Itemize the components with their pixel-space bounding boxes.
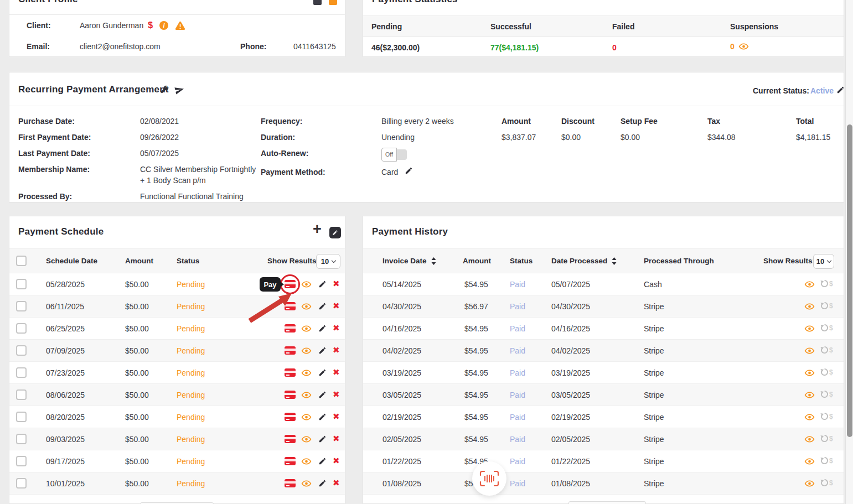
- edit-pencil-icon[interactable]: [318, 302, 327, 310]
- pay-card-icon[interactable]: [285, 435, 296, 443]
- send-plane-icon[interactable]: [175, 85, 184, 95]
- info-icon[interactable]: i: [159, 21, 168, 30]
- refund-icon[interactable]: $: [820, 302, 833, 310]
- edit-pencil-icon[interactable]: [318, 346, 327, 355]
- pay-card-icon[interactable]: [285, 302, 296, 310]
- pay-card-icon[interactable]: [285, 413, 296, 421]
- pay-tooltip: Pay: [260, 277, 281, 292]
- view-eye-icon[interactable]: [804, 325, 815, 332]
- pay-card-icon[interactable]: [285, 368, 296, 377]
- view-eye-icon[interactable]: [804, 391, 815, 399]
- pay-card-icon[interactable]: [285, 479, 296, 487]
- edit-payment-method-pencil-icon[interactable]: [405, 167, 413, 178]
- pay-card-icon[interactable]: [285, 324, 296, 332]
- sort-date-processed-icon[interactable]: [611, 257, 617, 265]
- view-eye-icon[interactable]: [301, 435, 312, 443]
- view-eye-icon[interactable]: [301, 480, 312, 487]
- view-eye-icon[interactable]: [301, 458, 312, 465]
- refund-icon[interactable]: $: [820, 279, 833, 288]
- view-eye-icon[interactable]: [301, 413, 312, 421]
- date-processed: 02/05/2025: [551, 435, 590, 444]
- history-status: Paid: [510, 457, 525, 466]
- client-edit-icon[interactable]: [329, 0, 337, 5]
- select-all-checkbox[interactable]: [16, 256, 27, 266]
- view-eye-icon[interactable]: [301, 369, 312, 377]
- edit-pencil-icon[interactable]: [318, 324, 327, 332]
- delete-x-icon[interactable]: ✖: [333, 389, 340, 399]
- row-checkbox[interactable]: [16, 456, 27, 466]
- history-table-row: 03/05/2025 $54.95 Paid 03/05/2025 Stripe…: [363, 384, 844, 406]
- delete-x-icon[interactable]: ✖: [333, 323, 340, 333]
- row-checkbox[interactable]: [16, 301, 27, 311]
- invoice-date: 02/05/2025: [382, 435, 421, 444]
- row-checkbox[interactable]: [16, 478, 27, 489]
- delete-x-icon[interactable]: ✖: [333, 434, 340, 444]
- view-eye-icon[interactable]: [301, 280, 312, 288]
- refund-icon[interactable]: $: [820, 346, 833, 354]
- processed-through: Stripe: [644, 457, 664, 466]
- view-eye-icon[interactable]: [301, 347, 312, 355]
- pay-card-icon[interactable]: [285, 346, 296, 355]
- row-checkbox[interactable]: [16, 389, 27, 400]
- sort-invoice-date-icon[interactable]: [431, 257, 437, 265]
- suspensions-eye-icon[interactable]: [738, 43, 749, 50]
- edit-pencil-icon[interactable]: [318, 368, 327, 377]
- view-eye-icon[interactable]: [804, 458, 815, 465]
- edit-pencil-icon[interactable]: [318, 413, 327, 421]
- row-checkbox[interactable]: [16, 367, 27, 378]
- view-eye-icon[interactable]: [804, 369, 815, 377]
- view-eye-icon[interactable]: [301, 391, 312, 399]
- refund-icon[interactable]: $: [820, 456, 833, 465]
- edit-pencil-icon[interactable]: [318, 479, 327, 487]
- edit-pencil-icon[interactable]: [318, 280, 327, 288]
- view-eye-icon[interactable]: [804, 435, 815, 443]
- refund-icon[interactable]: $: [820, 479, 833, 487]
- schedule-amount: $50.00: [125, 391, 149, 399]
- warning-icon[interactable]: [175, 21, 185, 30]
- row-checkbox[interactable]: [16, 434, 27, 444]
- delete-x-icon[interactable]: ✖: [333, 301, 340, 311]
- refund-icon[interactable]: $: [820, 390, 833, 398]
- row-checkbox[interactable]: [16, 279, 27, 289]
- view-eye-icon[interactable]: [301, 325, 312, 332]
- view-eye-icon[interactable]: [804, 280, 815, 288]
- view-eye-icon[interactable]: [804, 480, 815, 487]
- edit-pencil-icon[interactable]: [318, 457, 327, 465]
- delete-x-icon[interactable]: ✖: [333, 478, 340, 488]
- row-checkbox[interactable]: [16, 345, 27, 356]
- bulk-edit-icon[interactable]: [329, 227, 341, 238]
- delete-x-icon[interactable]: ✖: [333, 279, 340, 289]
- view-eye-icon[interactable]: [804, 303, 815, 310]
- row-checkbox[interactable]: [16, 412, 27, 422]
- show-results-select[interactable]: 10: [316, 254, 340, 269]
- client-card-action-icon[interactable]: [313, 0, 322, 5]
- load-more-button-partial[interactable]: [568, 501, 646, 504]
- page-scrollbar-thumb[interactable]: [847, 124, 852, 437]
- dollar-icon[interactable]: $: [148, 20, 153, 30]
- history-status: Paid: [510, 346, 525, 355]
- view-eye-icon[interactable]: [804, 347, 815, 355]
- view-eye-icon[interactable]: [301, 303, 312, 310]
- page-scrollbar-track[interactable]: [845, 0, 853, 504]
- wrench-icon[interactable]: [159, 85, 169, 95]
- delete-x-icon[interactable]: ✖: [333, 456, 340, 466]
- edit-status-pencil-icon[interactable]: [836, 86, 845, 94]
- add-schedule-plus-icon[interactable]: +: [313, 221, 322, 238]
- delete-x-icon[interactable]: ✖: [333, 345, 340, 355]
- row-checkbox[interactable]: [16, 323, 27, 334]
- view-eye-icon[interactable]: [804, 413, 815, 421]
- refund-icon[interactable]: $: [820, 434, 833, 443]
- pay-card-icon[interactable]: [285, 457, 296, 465]
- show-results-select[interactable]: 10: [813, 254, 834, 269]
- chevron-down-icon: [332, 258, 336, 263]
- delete-x-icon[interactable]: ✖: [333, 367, 340, 377]
- pay-card-icon[interactable]: [285, 391, 296, 399]
- edit-pencil-icon[interactable]: [318, 391, 327, 399]
- delete-x-icon[interactable]: ✖: [333, 412, 340, 422]
- refund-icon[interactable]: $: [820, 412, 833, 420]
- refund-icon[interactable]: $: [820, 368, 833, 376]
- failed-value: 0: [612, 43, 617, 52]
- edit-pencil-icon[interactable]: [318, 435, 327, 443]
- refund-icon[interactable]: $: [820, 324, 833, 332]
- auto-renew-toggle[interactable]: Off: [381, 148, 407, 162]
